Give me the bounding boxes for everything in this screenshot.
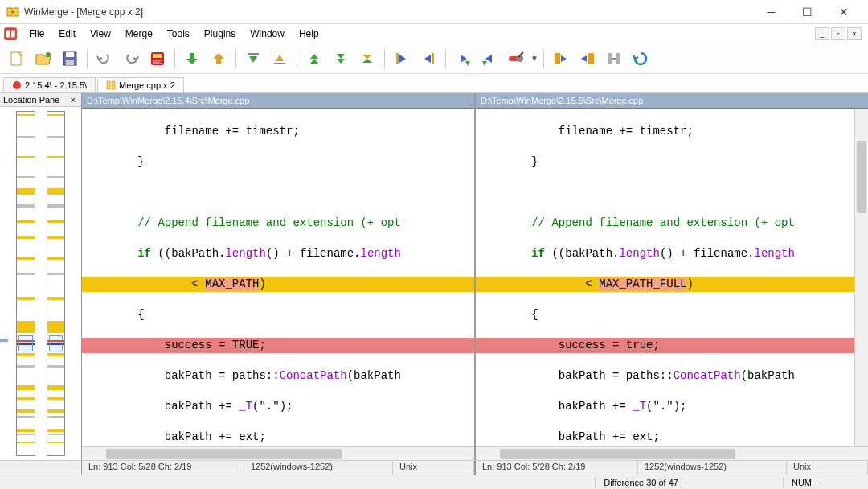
location-pane-header: Location Pane × xyxy=(0,93,81,107)
location-viewport[interactable] xyxy=(49,335,63,351)
maximize-button[interactable]: ☐ xyxy=(789,0,825,24)
svg-rect-3 xyxy=(6,31,10,38)
location-map-left[interactable] xyxy=(16,111,35,456)
new-button[interactable] xyxy=(5,47,29,71)
copy-left-advance-button[interactable] xyxy=(477,47,502,71)
settings-button[interactable] xyxy=(504,47,528,71)
app-menu-icon[interactable] xyxy=(3,27,18,41)
all-right-button[interactable] xyxy=(549,47,573,71)
tab-bar: 2.15.4\ - 2.15.5\ Merge.cpp x 2 xyxy=(0,74,868,93)
svg-rect-8 xyxy=(66,52,74,57)
svg-rect-11 xyxy=(153,54,162,58)
location-pane-close[interactable]: × xyxy=(68,95,78,105)
menu-file[interactable]: File xyxy=(23,27,51,41)
tab-file-diff[interactable]: Merge.cpp x 2 xyxy=(97,77,184,92)
svg-rect-14 xyxy=(274,63,285,64)
left-status-encoding: 1252(windows-1252) xyxy=(244,461,393,475)
right-status-encoding: 1252(windows-1252) xyxy=(638,461,787,475)
app-icon xyxy=(6,6,19,18)
menu-help[interactable]: Help xyxy=(293,27,326,41)
prev-diff-button[interactable] xyxy=(207,47,231,71)
location-pane: Location Pane × xyxy=(0,93,82,460)
svg-rect-0 xyxy=(7,8,12,16)
prev-diff-right-button[interactable] xyxy=(268,47,292,71)
svg-rect-16 xyxy=(432,53,434,64)
open-button[interactable] xyxy=(31,47,55,71)
record-button[interactable]: REC xyxy=(145,47,170,71)
next-diff-right-button[interactable] xyxy=(241,47,265,71)
right-status-eol: Unix xyxy=(787,461,868,475)
menu-merge[interactable]: Merge xyxy=(119,27,159,41)
location-map-right[interactable] xyxy=(47,111,66,456)
first-diff-button[interactable] xyxy=(302,47,326,71)
left-hscroll[interactable] xyxy=(82,446,474,460)
tab-label: 2.15.4\ - 2.15.5\ xyxy=(25,80,87,90)
menu-tools[interactable]: Tools xyxy=(161,27,196,41)
mdi-window-buttons: _ ▫ × xyxy=(815,27,865,40)
menu-window[interactable]: Window xyxy=(244,27,291,41)
next-diff-button[interactable] xyxy=(180,47,204,71)
toolbar: REC ▼ xyxy=(0,43,868,74)
svg-rect-21 xyxy=(608,53,612,64)
svg-rect-25 xyxy=(112,81,115,89)
refresh-button[interactable] xyxy=(628,47,653,71)
last-diff-button[interactable] xyxy=(329,47,353,71)
svg-rect-1 xyxy=(14,8,18,16)
right-hscroll[interactable] xyxy=(476,446,868,460)
mdi-minimize[interactable]: _ xyxy=(815,27,829,40)
right-code-view[interactable]: filename += timestr; } // Append filenam… xyxy=(476,109,854,446)
status-difference: Difference 30 of 47 xyxy=(595,477,686,488)
title-bar: WinMerge - [Merge.cpp x 2] ─ ☐ ✕ xyxy=(0,0,868,24)
save-button[interactable] xyxy=(58,47,82,71)
location-maps[interactable] xyxy=(0,107,81,460)
tab-label: Merge.cpp x 2 xyxy=(119,80,175,90)
left-status-position: Ln: 913 Col: 5/28 Ch: 2/19 xyxy=(82,461,244,475)
copy-right-advance-button[interactable] xyxy=(451,47,475,71)
mdi-restore[interactable]: ▫ xyxy=(831,27,845,40)
location-pane-title: Location Pane xyxy=(3,95,59,105)
minimize-button[interactable]: ─ xyxy=(753,0,789,24)
menu-edit[interactable]: Edit xyxy=(52,27,82,41)
left-pane-path[interactable]: D:\Temp\WinMerge\2.15.4\Src\Merge.cpp xyxy=(82,93,474,109)
svg-point-23 xyxy=(13,81,21,89)
svg-rect-24 xyxy=(107,81,110,89)
svg-point-6 xyxy=(46,52,51,57)
all-left-button[interactable] xyxy=(575,47,600,71)
window-title: WinMerge - [Merge.cpp x 2] xyxy=(24,6,753,18)
left-code-view[interactable]: filename += timestr; } // Append filenam… xyxy=(82,109,474,446)
svg-rect-19 xyxy=(555,53,560,64)
left-status-eol: Unix xyxy=(393,461,474,475)
menu-plugins[interactable]: Plugins xyxy=(198,27,242,41)
location-viewport[interactable] xyxy=(18,335,33,351)
copy-left-button[interactable] xyxy=(416,47,440,71)
right-status-position: Ln: 913 Col: 5/28 Ch: 2/19 xyxy=(476,461,638,475)
location-handle[interactable] xyxy=(0,339,8,342)
auto-merge-button[interactable] xyxy=(602,47,626,71)
folder-diff-icon xyxy=(12,80,22,90)
close-button[interactable]: ✕ xyxy=(825,0,862,24)
file-diff-icon xyxy=(106,80,116,90)
svg-rect-15 xyxy=(396,53,399,64)
tab-folder-diff[interactable]: 2.15.4\ - 2.15.5\ xyxy=(3,77,96,92)
undo-button[interactable] xyxy=(92,47,117,71)
svg-rect-20 xyxy=(588,53,594,64)
svg-rect-13 xyxy=(248,53,259,55)
pane-status-bar: Ln: 913 Col: 5/28 Ch: 2/19 1252(windows-… xyxy=(0,460,868,475)
mdi-close[interactable]: × xyxy=(847,27,862,40)
right-pane-path[interactable]: D:\Temp\WinMerge\2.15.5\Src\Merge.cpp xyxy=(476,93,868,109)
svg-rect-9 xyxy=(66,60,74,65)
current-diff-button[interactable] xyxy=(355,47,379,71)
menu-view[interactable]: View xyxy=(84,27,117,41)
status-numlock: NUM xyxy=(783,477,820,488)
svg-text:REC: REC xyxy=(153,60,163,64)
redo-button[interactable] xyxy=(119,47,143,71)
status-bar: Difference 30 of 47 NUM xyxy=(0,475,868,489)
menu-bar: File Edit View Merge Tools Plugins Windo… xyxy=(0,24,868,43)
left-pane: D:\Temp\WinMerge\2.15.4\Src\Merge.cpp fi… xyxy=(82,93,474,460)
right-pane: D:\Temp\WinMerge\2.15.5\Src\Merge.cpp fi… xyxy=(474,93,868,460)
copy-right-button[interactable] xyxy=(390,47,414,71)
svg-rect-22 xyxy=(616,53,620,64)
svg-rect-4 xyxy=(11,31,15,38)
vertical-scrollbar[interactable] xyxy=(854,109,868,446)
